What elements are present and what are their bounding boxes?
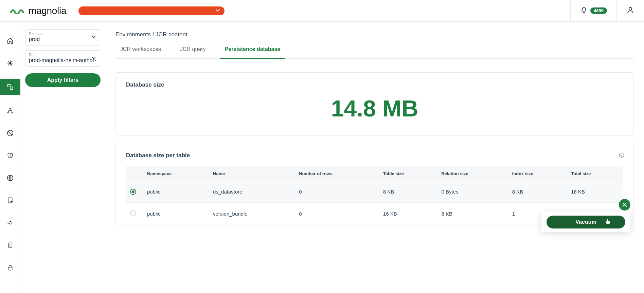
nav-shield[interactable]	[0, 149, 20, 162]
col-namespace: Namespace	[143, 166, 209, 181]
col-rows: Number of rows	[295, 166, 379, 181]
topbar: magnolia 4699	[0, 0, 644, 22]
user-menu[interactable]	[616, 0, 644, 21]
svg-point-4	[7, 112, 8, 113]
database-size-value: 14.8 MB	[126, 95, 623, 122]
logo-mark-icon	[10, 7, 26, 14]
nav-lock[interactable]	[0, 261, 20, 274]
svg-rect-1	[7, 85, 10, 87]
notifications-button[interactable]: 4699	[570, 0, 616, 21]
svg-point-0	[629, 7, 632, 10]
cell-relation-size: 0 Bytes	[437, 181, 508, 203]
chevron-down-icon	[91, 55, 96, 62]
col-index-size: Index size	[508, 166, 567, 181]
apply-filters-button[interactable]: Apply filters	[25, 73, 101, 87]
tab-jcr-query[interactable]: JCR query	[175, 46, 211, 58]
nav-note[interactable]	[0, 194, 20, 207]
pod-value: prod-magnolia-helm-author-	[29, 57, 96, 63]
vacuum-button[interactable]: Vacuum	[547, 216, 625, 228]
cursor-hand-icon	[605, 218, 611, 226]
tab-jcr-workspaces[interactable]: JCR workspaces	[115, 46, 166, 58]
cell-relation-size: 8 KB	[437, 203, 508, 225]
per-table-title: Database size per table	[126, 152, 623, 159]
svg-point-5	[12, 112, 13, 113]
pod-label: Pod	[29, 53, 96, 57]
user-icon	[626, 6, 634, 16]
cell-name: version_bundle	[209, 203, 295, 225]
bell-icon	[580, 6, 588, 15]
left-nav-rail	[0, 22, 20, 293]
brand-logo: magnolia	[10, 5, 66, 16]
col-total-size: Total size	[567, 166, 623, 181]
release-label: Release	[29, 32, 96, 36]
svg-point-3	[10, 108, 11, 109]
vacuum-popup: Vacuum	[541, 212, 630, 232]
col-name: Name	[209, 166, 295, 181]
vacuum-label: Vacuum	[575, 219, 596, 225]
main-content: Environments / JCR content JCR workspace…	[105, 22, 644, 293]
chevron-down-icon	[91, 34, 96, 41]
nav-hierarchy[interactable]	[0, 104, 20, 117]
cell-namespace: public	[143, 181, 209, 203]
tabs: JCR workspaces JCR query Persistence dat…	[115, 46, 634, 59]
database-size-card: Database size 14.8 MB	[115, 72, 634, 135]
cell-total-size: 16 KB	[567, 181, 623, 203]
cell-table-size: 8 KB	[379, 181, 437, 203]
cell-index-size: 8 KB	[508, 181, 567, 203]
pod-select[interactable]: Pod prod-magnolia-helm-author-	[25, 50, 100, 67]
col-relation-size: Relation size	[437, 166, 508, 181]
nav-doc[interactable]	[0, 238, 20, 252]
nav-star[interactable]	[0, 56, 20, 70]
nav-announce[interactable]	[0, 216, 20, 230]
release-select[interactable]: Release prod	[25, 29, 100, 45]
cell-rows: 0	[295, 181, 379, 203]
filter-sidebar: Release prod Pod prod-magnolia-helm-auth…	[20, 22, 105, 293]
brand-name: magnolia	[29, 5, 66, 16]
breadcrumb: Environments / JCR content	[115, 31, 634, 38]
notifications-count: 4699	[590, 7, 607, 14]
nav-home[interactable]	[0, 34, 20, 48]
nav-block[interactable]	[0, 126, 20, 140]
environment-selector[interactable]	[78, 6, 225, 15]
row-radio[interactable]	[130, 210, 136, 216]
table-row[interactable]: public ds_datastore 0 8 KB 0 Bytes 8 KB …	[126, 181, 623, 203]
cell-name: ds_datastore	[209, 181, 295, 203]
database-size-title: Database size	[126, 81, 623, 88]
col-table-size: Table size	[379, 166, 437, 181]
nav-globe[interactable]	[0, 171, 20, 185]
cell-namespace: public	[143, 203, 209, 225]
row-radio[interactable]	[130, 189, 136, 195]
info-icon[interactable]	[619, 152, 625, 160]
cell-rows: 0	[295, 203, 379, 225]
release-value: prod	[29, 36, 96, 42]
svg-rect-10	[8, 267, 12, 270]
cell-table-size: 16 KB	[379, 203, 437, 225]
chevron-down-icon	[215, 7, 220, 14]
close-action-button[interactable]	[619, 199, 630, 210]
nav-content[interactable]	[0, 79, 20, 95]
svg-rect-2	[10, 87, 13, 89]
topbar-right: 4699	[570, 0, 644, 21]
tab-persistence-database[interactable]: Persistence database	[220, 46, 285, 59]
svg-point-12	[621, 154, 622, 154]
